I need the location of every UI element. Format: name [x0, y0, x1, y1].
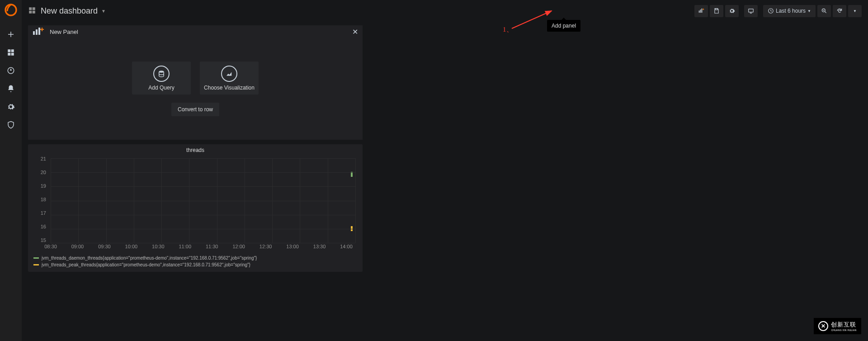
svg-rect-21: [38, 28, 40, 35]
svg-rect-8: [29, 10, 32, 13]
watermark: ✕ 创新互联 CHUANG XIN HULIAN: [814, 318, 861, 334]
threads-chart-panel: threads 21201918171615 08:3009:0009:3010…: [28, 144, 363, 272]
svg-point-22: [159, 71, 164, 73]
chart-icon: [221, 66, 237, 82]
left-sidebar: [0, 0, 22, 341]
refresh-button[interactable]: [833, 5, 846, 17]
dashboard-title[interactable]: New dashboard ▼: [41, 6, 106, 16]
refresh-interval-button[interactable]: ▼: [848, 5, 862, 17]
chart-title: threads: [28, 144, 363, 156]
watermark-icon: ✕: [818, 321, 828, 331]
legend-item-1[interactable]: jvm_threads_daemon_threads{application="…: [33, 255, 357, 261]
cycle-view-button[interactable]: [744, 5, 758, 17]
create-icon[interactable]: [2, 25, 20, 43]
legend-item-2[interactable]: jvm_threads_peak_threads{application="pr…: [33, 261, 357, 268]
database-icon: [153, 66, 170, 82]
svg-rect-9: [33, 10, 35, 13]
new-panel: New Panel ✕ Add Query Choose Visualizati…: [28, 25, 363, 140]
svg-rect-2: [11, 49, 14, 52]
y-axis: 21201918171615: [33, 156, 46, 243]
time-range-button[interactable]: Last 6 hours ▼: [763, 5, 816, 17]
close-icon[interactable]: ✕: [352, 28, 358, 36]
save-button[interactable]: [710, 5, 723, 17]
settings-button[interactable]: [725, 5, 739, 17]
svg-rect-19: [33, 31, 35, 35]
svg-rect-7: [33, 7, 35, 10]
legend-chip-1: [33, 257, 39, 259]
chevron-down-icon: ▼: [101, 9, 106, 14]
chart-grid: [51, 158, 355, 243]
legend-chip-2: [33, 264, 39, 265]
svg-rect-1: [8, 49, 10, 52]
bar-chart-plus-icon: [33, 27, 45, 37]
add-query-button[interactable]: Add Query: [132, 62, 191, 95]
zoom-out-button[interactable]: [817, 5, 831, 17]
svg-rect-14: [749, 9, 754, 12]
svg-rect-6: [29, 7, 32, 10]
dashboard-grid-icon[interactable]: [28, 6, 36, 16]
svg-rect-3: [8, 53, 10, 56]
svg-rect-20: [36, 29, 38, 35]
topbar: New dashboard ▼ Last 6 hours ▼ ▼: [22, 0, 868, 22]
svg-rect-11: [700, 9, 701, 13]
dashboards-icon[interactable]: [2, 43, 20, 62]
dashboard-main: New Panel ✕ Add Query Choose Visualizati…: [22, 22, 868, 341]
choose-visualization-button[interactable]: Choose Visualization: [200, 62, 259, 95]
explore-icon[interactable]: [2, 62, 20, 80]
svg-rect-10: [699, 10, 700, 13]
new-panel-title: New Panel: [50, 28, 78, 35]
x-axis: 08:3009:0009:3010:0010:3011:0011:3012:00…: [51, 244, 355, 251]
svg-rect-13: [716, 9, 718, 10]
shield-icon[interactable]: [2, 116, 20, 134]
new-panel-header: New Panel ✕: [28, 25, 363, 38]
grafana-logo-icon[interactable]: [4, 3, 18, 17]
svg-rect-4: [11, 53, 14, 56]
chart-legend: jvm_threads_daemon_threads{application="…: [28, 252, 363, 272]
convert-to-row-button[interactable]: Convert to row: [171, 103, 219, 116]
chart-body[interactable]: 21201918171615 08:3009:0009:3010:0010:30…: [28, 156, 363, 252]
add-panel-button[interactable]: [694, 5, 708, 17]
configuration-icon[interactable]: [2, 98, 20, 116]
alerting-icon[interactable]: [2, 80, 20, 98]
svg-rect-12: [702, 9, 703, 13]
